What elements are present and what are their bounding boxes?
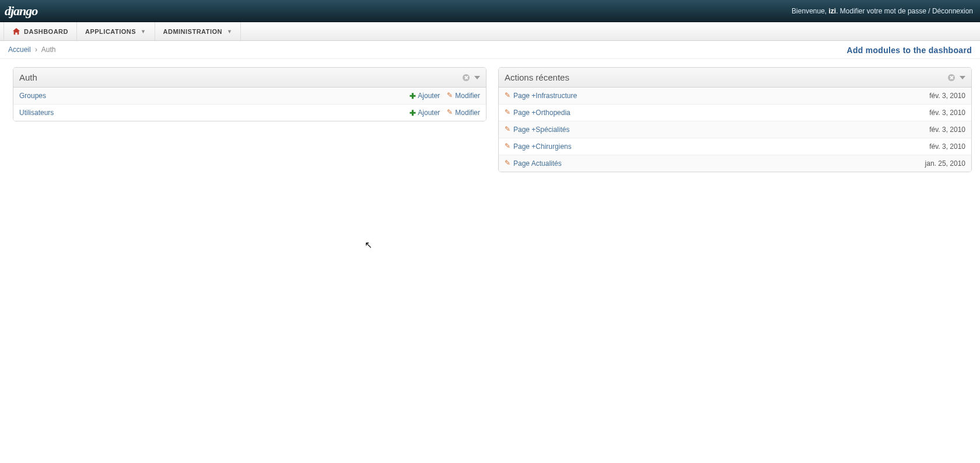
auth-item-link[interactable]: Groupes — [19, 92, 46, 100]
column-right: Actions récentes Page +Infrastructure fé… — [498, 67, 972, 172]
close-icon[interactable] — [948, 74, 955, 81]
logout-link[interactable]: Déconnexion — [932, 7, 973, 15]
breadcrumb-sep: › — [35, 46, 37, 54]
change-link[interactable]: Modifier — [447, 109, 480, 117]
sub-header: Accueil › Auth Add modules to the dashbo… — [0, 41, 980, 59]
dashboard-columns: Auth Groupes ✚Ajouter Modifier Utilisate… — [0, 59, 980, 172]
close-icon[interactable] — [463, 74, 470, 81]
greeting-suffix: . — [836, 7, 840, 15]
menu-administration[interactable]: ADMINISTRATION ▼ — [155, 22, 242, 40]
recent-item-date: fév. 3, 2010 — [929, 126, 965, 134]
menu-administration-label: ADMINISTRATION — [163, 28, 223, 35]
recent-module-body: Page +Infrastructure fév. 3, 2010 Page +… — [499, 88, 971, 172]
breadcrumb-current: Auth — [41, 46, 56, 54]
add-label: Ajouter — [418, 109, 440, 117]
change-label: Modifier — [455, 109, 480, 117]
recent-module-title: Actions récentes — [505, 72, 569, 82]
brand-logo: django — [5, 4, 37, 19]
change-password-link[interactable]: Modifier votre mot de passe — [840, 7, 926, 15]
add-label: Ajouter — [418, 92, 440, 100]
pencil-icon — [447, 93, 453, 99]
pencil-icon — [447, 110, 453, 116]
menu-applications-label: APPLICATIONS — [85, 28, 136, 35]
breadcrumb-home[interactable]: Accueil — [8, 46, 31, 54]
column-left: Auth Groupes ✚Ajouter Modifier Utilisate… — [13, 67, 487, 172]
chevron-down-icon: ▼ — [227, 29, 232, 34]
recent-item-link[interactable]: Page +Orthopedia — [513, 109, 570, 117]
user-links: Bienvenue, izi. Modifier votre mot de pa… — [792, 7, 973, 15]
recent-module-tools — [948, 74, 965, 81]
add-link[interactable]: ✚Ajouter — [410, 92, 440, 100]
plus-icon: ✚ — [410, 92, 416, 100]
auth-module: Auth Groupes ✚Ajouter Modifier Utilisate… — [13, 67, 487, 121]
username: izi — [829, 7, 836, 15]
chevron-down-icon: ▼ — [141, 29, 146, 34]
recent-module: Actions récentes Page +Infrastructure fé… — [498, 67, 972, 172]
change-link[interactable]: Modifier — [447, 92, 480, 100]
pencil-icon — [505, 144, 511, 150]
breadcrumb: Accueil › Auth — [8, 46, 55, 54]
recent-item-date: jan. 25, 2010 — [925, 159, 965, 168]
recent-item-link[interactable]: Page +Spécialités — [513, 126, 569, 134]
pencil-icon — [505, 110, 511, 116]
collapse-icon[interactable] — [474, 76, 480, 79]
menu-dashboard-label: DASHBOARD — [24, 28, 68, 35]
add-modules-link[interactable]: Add modules to the dashboard — [846, 46, 972, 55]
auth-module-title: Auth — [19, 72, 37, 82]
recent-module-head: Actions récentes — [499, 68, 971, 88]
recent-item-date: fév. 3, 2010 — [929, 109, 965, 117]
recent-row: Page +Spécialités fév. 3, 2010 — [499, 121, 971, 138]
pencil-icon — [505, 93, 511, 99]
add-link[interactable]: ✚Ajouter — [410, 109, 440, 117]
auth-row: Utilisateurs ✚Ajouter Modifier — [13, 105, 486, 121]
collapse-icon[interactable] — [960, 76, 965, 79]
user-links-sep: / — [926, 7, 932, 15]
menu-applications[interactable]: APPLICATIONS ▼ — [77, 22, 155, 40]
greeting-prefix: Bienvenue, — [792, 7, 828, 15]
recent-row: Page +Chirurgiens fév. 3, 2010 — [499, 138, 971, 155]
pencil-icon — [505, 127, 511, 133]
auth-row-actions: ✚Ajouter Modifier — [410, 109, 480, 117]
pencil-icon — [505, 161, 511, 167]
auth-module-head: Auth — [13, 68, 486, 88]
auth-module-body: Groupes ✚Ajouter Modifier Utilisateurs ✚… — [13, 88, 486, 121]
recent-item-link[interactable]: Page +Chirurgiens — [513, 142, 572, 151]
auth-row: Groupes ✚Ajouter Modifier — [13, 88, 486, 105]
recent-item-link[interactable]: Page +Infrastructure — [513, 92, 577, 100]
menu-dashboard[interactable]: DASHBOARD — [4, 22, 77, 40]
recent-row: Page +Orthopedia fév. 3, 2010 — [499, 105, 971, 121]
change-label: Modifier — [455, 92, 480, 100]
main-menu: DASHBOARD APPLICATIONS ▼ ADMINISTRATION … — [0, 22, 980, 41]
recent-item-date: fév. 3, 2010 — [929, 142, 965, 151]
auth-module-tools — [463, 74, 480, 81]
auth-item-link[interactable]: Utilisateurs — [19, 109, 54, 117]
auth-row-actions: ✚Ajouter Modifier — [410, 92, 480, 100]
recent-row: Page +Infrastructure fév. 3, 2010 — [499, 88, 971, 105]
top-header: django Bienvenue, izi. Modifier votre mo… — [0, 0, 980, 22]
recent-item-link[interactable]: Page Actualités — [513, 159, 562, 168]
home-icon — [12, 27, 20, 36]
recent-item-date: fév. 3, 2010 — [929, 92, 965, 100]
plus-icon: ✚ — [410, 109, 416, 117]
recent-row: Page Actualités jan. 25, 2010 — [499, 155, 971, 172]
